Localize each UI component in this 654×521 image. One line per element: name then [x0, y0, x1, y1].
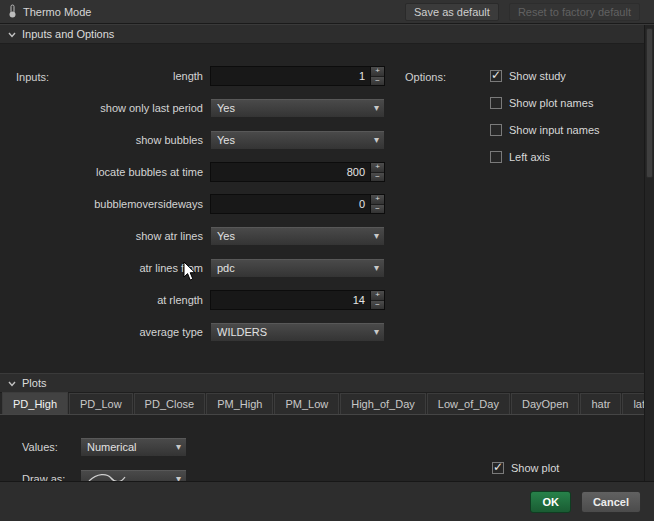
input-label: atr lines from [10, 262, 210, 274]
spinner-down-button[interactable]: − [371, 173, 384, 182]
draw-as-row: Draw as: ▾ [22, 469, 187, 481]
checkbox-box[interactable] [490, 124, 502, 136]
checkbox-show-input-names[interactable]: Show input names [490, 123, 654, 137]
values-row: Values: Numerical ▾ [22, 437, 187, 457]
options-group-label: Options: [405, 71, 446, 83]
study-settings-dialog: Thermo Mode Save as default Reset to fac… [0, 0, 654, 521]
form-row: show atr lines Yes ▾ [10, 226, 392, 246]
show-atr-lines-select[interactable]: Yes ▾ [210, 226, 385, 246]
save-as-default-button[interactable]: Save as default [405, 3, 499, 21]
line-style-icon [87, 472, 127, 481]
checkbox-box[interactable] [490, 151, 502, 163]
cancel-button[interactable]: Cancel [581, 491, 641, 513]
spinner: + − [370, 195, 384, 213]
form-row: at rlength 14 + − [10, 290, 392, 310]
tab-pd-close[interactable]: PD_Close [134, 393, 206, 414]
form-row: locate bubbles at time 800 + − [10, 162, 392, 182]
values-select[interactable]: Numerical ▾ [80, 437, 187, 457]
tab-high-of-day[interactable]: High_of_Day [340, 393, 426, 414]
input-label: show atr lines [10, 230, 210, 242]
checkbox-show-study[interactable]: Show study [490, 69, 654, 83]
form-row: show only last period Yes ▾ [10, 98, 392, 118]
plots-section-header[interactable]: Plots [0, 373, 654, 393]
tab-pd-high[interactable]: PD_High [2, 392, 68, 414]
chevron-down-icon: ▾ [176, 473, 181, 481]
vertical-scrollbar[interactable] [644, 25, 654, 481]
tab-pm-high[interactable]: PM_High [206, 393, 273, 414]
form-row: bubblemoversideways 0 + − [10, 194, 392, 214]
chevron-down-icon: ▾ [374, 102, 379, 113]
spinner: + − [370, 291, 384, 309]
values-label: Values: [22, 441, 80, 453]
atr-lines-from-select[interactable]: pdc ▾ [210, 258, 385, 278]
plot-tabs: PD_High PD_Low PD_Close PM_High PM_Low H… [0, 393, 654, 415]
dialog-title: Thermo Mode [23, 6, 91, 18]
checkbox-show-plot[interactable]: Show plot [492, 461, 559, 475]
atr-length-input[interactable]: 14 + − [210, 290, 385, 310]
input-label: show only last period [10, 102, 210, 114]
checkbox-box[interactable] [490, 70, 502, 82]
section-title: Inputs and Options [22, 28, 114, 40]
tab-pm-low[interactable]: PM_Low [274, 393, 339, 414]
inputs-and-options-section-header[interactable]: Inputs and Options [0, 24, 654, 44]
length-input[interactable]: 1 + − [210, 66, 385, 86]
checkbox-box[interactable] [492, 462, 504, 474]
inputs-options-panel: Inputs: length 1 + − show only last peri… [0, 44, 654, 373]
form-row: show bubbles Yes ▾ [10, 130, 392, 150]
draw-as-select[interactable]: ▾ [80, 469, 187, 481]
locate-bubbles-at-time-input[interactable]: 800 + − [210, 162, 385, 182]
spinner-down-button[interactable]: − [371, 205, 384, 214]
reset-to-factory-default-button[interactable]: Reset to factory default [509, 3, 640, 21]
draw-as-label: Draw as: [22, 473, 80, 481]
show-bubbles-select[interactable]: Yes ▾ [210, 130, 385, 150]
tab-pd-low[interactable]: PD_Low [69, 393, 133, 414]
spinner-down-button[interactable]: − [371, 301, 384, 310]
average-type-select[interactable]: WILDERS ▾ [210, 322, 385, 342]
chevron-down-icon: ▾ [176, 441, 181, 452]
plot-settings-panel: Values: Numerical ▾ Draw as: ▾ Show plot [0, 415, 654, 481]
tab-low-of-day[interactable]: Low_of_Day [427, 393, 510, 414]
dialog-footer: OK Cancel [0, 481, 654, 521]
collapse-chevron-icon [8, 377, 16, 389]
spinner-down-button[interactable]: − [371, 77, 384, 86]
input-label: bubblemoversideways [10, 198, 210, 210]
bubblemoversideways-input[interactable]: 0 + − [210, 194, 385, 214]
tab-dayopen[interactable]: DayOpen [511, 393, 579, 414]
input-label: show bubbles [10, 134, 210, 146]
section-title: Plots [22, 377, 46, 389]
input-label: length [10, 70, 210, 82]
checkbox-show-plot-names[interactable]: Show plot names [490, 96, 654, 110]
input-label: at rlength [10, 294, 210, 306]
chevron-down-icon: ▾ [374, 326, 379, 337]
checkbox-box[interactable] [490, 97, 502, 109]
spinner: + − [370, 67, 384, 85]
ok-button[interactable]: OK [530, 491, 571, 513]
form-row: length 1 + − [10, 66, 392, 86]
input-label: locate bubbles at time [10, 166, 210, 178]
checkbox-left-axis[interactable]: Left axis [490, 150, 654, 164]
scrollbar-thumb[interactable] [646, 28, 653, 178]
chevron-down-icon: ▾ [374, 230, 379, 241]
thermometer-icon [8, 4, 17, 20]
collapse-chevron-icon [8, 28, 16, 40]
show-only-last-period-select[interactable]: Yes ▾ [210, 98, 385, 118]
chevron-down-icon: ▾ [374, 134, 379, 145]
spinner: + − [370, 163, 384, 181]
inputs-form: length 1 + − show only last period Yes ▾… [10, 66, 392, 354]
chevron-down-icon: ▾ [374, 262, 379, 273]
tab-hatr[interactable]: hatr [580, 393, 621, 414]
form-row: atr lines from pdc ▾ [10, 258, 392, 278]
input-label: average type [10, 326, 210, 338]
form-row: average type WILDERS ▾ [10, 322, 392, 342]
titlebar: Thermo Mode Save as default Reset to fac… [0, 0, 654, 24]
